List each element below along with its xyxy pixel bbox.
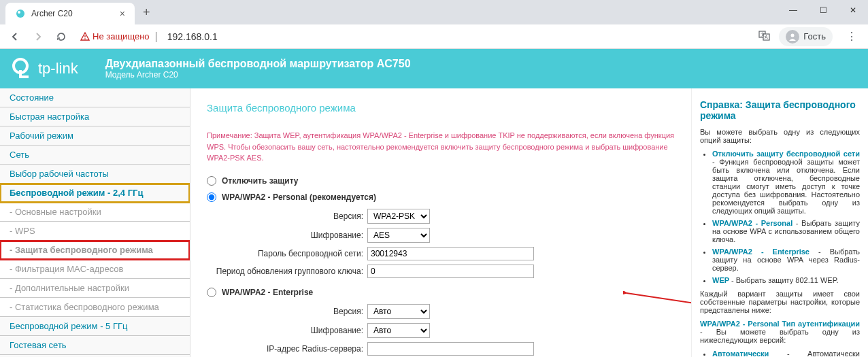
select-encryption-enterprise[interactable]: Авто xyxy=(367,323,430,338)
warning-icon xyxy=(80,32,90,41)
help-bullet: WEP - Выбрать защиту 802.11 WEP. xyxy=(712,276,860,284)
help-panel: Справка: Защита беспроводного режима Вы … xyxy=(691,88,868,357)
browser-tab[interactable]: Archer C20 × xyxy=(5,3,135,24)
sidebar-item[interactable]: Рабочий режим xyxy=(0,126,190,146)
nav-back[interactable] xyxy=(5,27,24,46)
window-controls: — ☐ ✕ xyxy=(778,0,868,20)
tplink-icon xyxy=(11,56,35,81)
select-version-enterprise[interactable]: Авто xyxy=(367,304,430,319)
radio-wpa-enterprise[interactable] xyxy=(207,288,216,297)
help-bullet: WPA/WPA2 - Personal - Выбрать защиту на … xyxy=(712,219,860,243)
sidebar-item[interactable]: - Защита беспроводного режима xyxy=(0,241,190,260)
sidebar-item[interactable]: Быстрая настройка xyxy=(0,107,190,126)
security-indicator[interactable]: Не защищено xyxy=(80,31,150,41)
select-encryption-personal[interactable]: AES xyxy=(367,228,430,243)
sidebar-item[interactable]: Гостевая сеть xyxy=(0,336,190,355)
url-text[interactable]: 192.168.0.1 xyxy=(167,31,218,42)
help-auth-heading: WPA/WPA2 - Personal Тип аутентификации -… xyxy=(700,320,860,344)
sidebar-item[interactable]: - WPS xyxy=(0,222,190,241)
security-text: Не защищено xyxy=(93,31,150,41)
svg-point-1 xyxy=(18,11,20,14)
page-title: Защита беспроводного режима xyxy=(207,102,675,114)
sidebar-item[interactable]: Беспроводной режим - 5 ГГц xyxy=(0,317,190,336)
input-radius-ip[interactable] xyxy=(367,342,534,356)
profile-label: Гость xyxy=(803,31,826,41)
warning-note: Примечание: Защита WEP, аутентификация W… xyxy=(207,130,675,164)
browser-menu-icon[interactable]: ⋮ xyxy=(841,30,863,43)
svg-point-8 xyxy=(791,33,795,37)
radio-personal-label: WPA/WPA2 - Personal (рекомендуется) xyxy=(222,192,376,202)
label-password: Пароль беспроводной сети: xyxy=(207,249,363,258)
label-encryption-ent: Шифрование: xyxy=(207,326,363,335)
input-group-key-period[interactable] xyxy=(367,265,534,278)
svg-point-0 xyxy=(16,10,24,18)
help-title: Справка: Защита беспроводного режима xyxy=(700,99,860,121)
content-form: Защита беспроводного режима Примечание: … xyxy=(190,88,691,357)
window-close[interactable]: ✕ xyxy=(838,0,868,20)
translate-icon[interactable]: 文A xyxy=(758,29,771,44)
annotation-arrow xyxy=(623,291,691,306)
radio-disable-security[interactable] xyxy=(207,176,216,186)
svg-rect-11 xyxy=(19,75,29,78)
label-encryption: Шифрование: xyxy=(207,231,363,240)
sidebar-item[interactable]: Состояние xyxy=(0,88,190,107)
window-minimize[interactable]: — xyxy=(778,0,808,20)
close-tab-icon[interactable]: × xyxy=(120,8,125,19)
label-version: Версия: xyxy=(207,211,363,221)
help-para2: Каждый вариант защиты имеет свои собстве… xyxy=(700,290,860,314)
label-group-key: Период обновления группового ключа: xyxy=(207,267,363,276)
help-intro: Вы можете выбрать одну из следующих опци… xyxy=(700,128,860,144)
address-bar: Не защищено | 192.168.0.1 文A Гость ⋮ xyxy=(0,24,868,49)
sidebar-item[interactable]: Выбор рабочей частоты xyxy=(0,165,190,184)
radio-enterprise-label: WPA/WPA2 - Enterprise xyxy=(222,288,313,297)
label-radius-ip: IP-адрес Radius-сервера: xyxy=(207,344,363,354)
sidebar-item[interactable]: - Основные настройки xyxy=(0,203,190,222)
help-bullet: Отключить защиту беспроводной сети - Фун… xyxy=(712,150,860,215)
radio-disable-label: Отключить защиту xyxy=(222,176,299,186)
nav-reload[interactable] xyxy=(52,27,71,46)
sidebar: СостояниеБыстрая настройкаРабочий режимС… xyxy=(0,88,190,357)
sidebar-item[interactable]: - Дополнительные настройки xyxy=(0,279,190,298)
input-wireless-password[interactable] xyxy=(367,247,534,260)
help-bullet: Автоматически - Автоматически выбирается… xyxy=(712,350,860,357)
sidebar-item[interactable]: - Фильтрация MAC-адресов xyxy=(0,260,190,279)
browser-tab-strip: Archer C20 × + — ☐ ✕ xyxy=(0,0,868,24)
label-version-ent: Версия: xyxy=(207,307,363,316)
profile-button[interactable]: Гость xyxy=(779,27,833,46)
sidebar-item[interactable]: - Статистика беспроводного режима xyxy=(0,298,190,317)
device-model: Модель Archer C20 xyxy=(105,70,411,80)
router-header: tp-link Двухдиапазонный беспроводной мар… xyxy=(0,49,868,88)
avatar-icon xyxy=(786,30,799,44)
window-maximize[interactable]: ☐ xyxy=(808,0,838,20)
new-tab-button[interactable]: + xyxy=(143,5,150,20)
svg-line-12 xyxy=(627,293,691,303)
tab-title: Archer C20 xyxy=(31,9,73,18)
url-separator: | xyxy=(155,31,158,43)
brand-text: tp-link xyxy=(38,60,78,78)
select-version-personal[interactable]: WPA2-PSK xyxy=(367,209,430,224)
brand-logo: tp-link xyxy=(11,56,78,81)
nav-forward[interactable] xyxy=(29,27,48,46)
sidebar-item[interactable]: Беспроводной режим - 2,4 ГГц xyxy=(0,184,190,203)
svg-point-3 xyxy=(84,38,86,39)
help-bullet: WPA/WPA2 - Enterprise - Выбрать защиту н… xyxy=(712,248,860,272)
help-options-list: Отключить защиту беспроводной сети - Фун… xyxy=(700,150,860,284)
sidebar-item[interactable]: Сеть xyxy=(0,146,190,165)
help-auth-list: Автоматически - Автоматически выбирается… xyxy=(700,350,860,357)
svg-text:A: A xyxy=(765,35,768,39)
tab-favicon xyxy=(15,8,26,19)
radio-wpa-personal[interactable] xyxy=(207,192,216,202)
device-title: Двухдиапазонный беспроводной маршрутизат… xyxy=(105,58,411,70)
